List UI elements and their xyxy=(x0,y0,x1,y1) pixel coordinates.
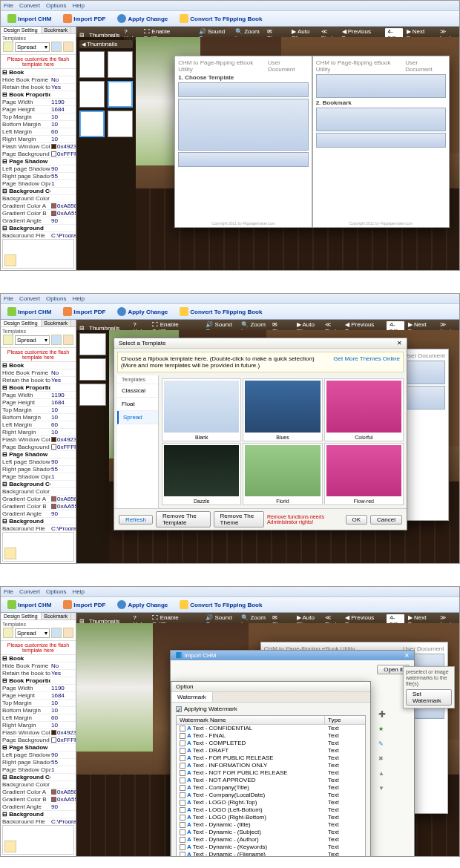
row-checkbox[interactable] xyxy=(180,844,185,850)
template-type-spread[interactable]: Spread xyxy=(117,411,158,424)
property-row[interactable]: Retain the book to centerYes xyxy=(1,670,76,677)
property-row[interactable]: Gradient Color B0xAA5555 xyxy=(1,503,76,510)
thumb-3[interactable] xyxy=(79,81,105,108)
property-row[interactable]: Top Margin10 xyxy=(1,114,76,121)
close-icon[interactable]: ✕ xyxy=(397,340,402,346)
menu-help[interactable]: Help xyxy=(72,295,84,302)
watermark-row[interactable]: A Text - CONFIDENTIALText xyxy=(177,725,365,732)
remove-template-button[interactable]: Remove The Template xyxy=(156,511,211,527)
property-row[interactable]: ⊟ Background Config xyxy=(1,774,76,781)
manage-template-icon[interactable] xyxy=(63,628,73,638)
cancel-button[interactable]: Cancel xyxy=(370,515,402,525)
property-row[interactable]: Page Width1190 xyxy=(1,99,76,106)
property-row[interactable]: Left Margin60 xyxy=(1,128,76,136)
property-row[interactable]: ⊟ Page Shadow xyxy=(1,744,76,752)
property-row[interactable]: Page Background Color0xFFFFFF xyxy=(1,151,76,158)
save-template-icon[interactable] xyxy=(51,628,62,638)
menu-help[interactable]: Help xyxy=(72,2,84,9)
row-checkbox[interactable] xyxy=(180,829,185,835)
row-checkbox[interactable] xyxy=(180,755,185,761)
property-row[interactable]: ⊟ Page Shadow xyxy=(1,451,76,458)
property-row[interactable]: Gradient Angle90 xyxy=(1,217,76,225)
property-row[interactable]: Right Margin10 xyxy=(1,136,76,143)
row-checkbox[interactable] xyxy=(180,822,185,828)
watermark-row[interactable]: A Text - Dynamic - (Keywords)Text xyxy=(177,844,365,851)
save-template-icon[interactable] xyxy=(51,42,62,52)
import-pdf-button[interactable]: Import PDF xyxy=(59,13,109,24)
row-checkbox[interactable] xyxy=(180,740,185,746)
property-row[interactable]: Retain the book to centerYes xyxy=(1,377,76,384)
property-row[interactable]: ⊟ Page Shadow xyxy=(1,158,76,165)
property-row[interactable]: Gradient Angle90 xyxy=(1,510,76,518)
property-row[interactable]: Left page Shadow90 xyxy=(1,165,76,173)
property-row[interactable]: Page Width1190 xyxy=(1,685,76,692)
row-checkbox[interactable] xyxy=(180,852,185,856)
property-row[interactable]: Gradient Color B0xAA5555 xyxy=(1,210,76,217)
property-row[interactable]: Flash Window Color0x492301 xyxy=(1,436,76,444)
tab-design-setting[interactable]: Design Setting xyxy=(1,27,42,33)
property-row[interactable]: Right page Shadow55 xyxy=(1,759,76,766)
watermark-row[interactable]: A Text - Dynamic - (Filename)Text xyxy=(177,851,365,856)
property-row[interactable]: Gradient Color A0xA85856 xyxy=(1,496,76,503)
property-row[interactable]: Left page Shadow90 xyxy=(1,752,76,759)
template-type-float[interactable]: Float xyxy=(117,398,158,411)
watermark-row[interactable]: A Text - NOT FOR PUBLIC RELEASEText xyxy=(177,769,365,777)
row-checkbox[interactable] xyxy=(180,807,185,813)
edit-icon[interactable]: ✎ xyxy=(378,740,389,751)
template-select[interactable]: Spread▾ xyxy=(15,335,50,345)
property-row[interactable]: Bottom Margin10 xyxy=(1,414,76,421)
apply-change-button[interactable]: Apply Change xyxy=(114,13,171,24)
row-checkbox[interactable] xyxy=(180,800,185,806)
property-row[interactable]: ⊟ Background xyxy=(1,811,76,818)
row-checkbox[interactable] xyxy=(180,770,185,776)
property-row[interactable]: Hide Book Frame BarNo xyxy=(1,76,76,84)
menu-options[interactable]: Options xyxy=(46,295,67,302)
watermark-row[interactable]: A Text - LOGO (Right-Bottom)Text xyxy=(177,814,365,821)
menu-convert[interactable]: Convert xyxy=(19,2,40,9)
template-blues[interactable]: Blues xyxy=(243,378,322,441)
tab-design-setting[interactable]: Design Setting xyxy=(1,613,42,619)
import-chm-button[interactable]: Import CHM xyxy=(4,13,55,24)
property-row[interactable]: Hide Book Frame BarNo xyxy=(1,662,76,670)
property-row[interactable]: Background FileC:\Program… xyxy=(1,232,76,237)
sound-icon[interactable] xyxy=(4,254,16,266)
property-row[interactable]: Background FileC:\Program… xyxy=(1,818,76,823)
move-down-icon[interactable]: ▼ xyxy=(378,785,389,795)
manage-template-icon[interactable] xyxy=(63,42,73,52)
property-row[interactable]: Top Margin10 xyxy=(1,700,76,707)
tab-design-setting[interactable]: Design Setting xyxy=(1,320,42,326)
property-row[interactable]: ⊟ Book xyxy=(1,69,76,76)
property-row[interactable]: Page Height1684 xyxy=(1,399,76,407)
thumb-2[interactable] xyxy=(79,358,106,381)
applying-watermark-checkbox[interactable]: ✓ xyxy=(176,706,182,712)
row-checkbox[interactable] xyxy=(180,726,185,731)
property-row[interactable]: ⊟ Book Proportions xyxy=(1,677,76,685)
property-row[interactable]: Left page Shadow90 xyxy=(1,458,76,466)
row-checkbox[interactable] xyxy=(180,815,185,821)
menu-help[interactable]: Help xyxy=(72,588,84,595)
template-dazzle[interactable]: Dazzle xyxy=(162,443,241,506)
convert-button[interactable]: Convert To Flipping Book xyxy=(176,306,266,318)
property-row[interactable]: Background Color xyxy=(1,195,76,203)
manage-template-icon[interactable] xyxy=(63,335,73,345)
property-row[interactable]: Retain the book to centerYes xyxy=(1,84,76,91)
menu-file[interactable]: File xyxy=(4,295,13,302)
thumb-1[interactable] xyxy=(79,51,105,78)
save-template-icon[interactable] xyxy=(51,335,62,345)
property-row[interactable]: Flash Window Color0x492301 xyxy=(1,729,76,737)
property-row[interactable]: Page Shadow Opacity1 xyxy=(1,766,76,774)
property-row[interactable]: ⊟ Background xyxy=(1,225,76,232)
watermark-row[interactable]: A Text - DRAFTText xyxy=(177,747,365,754)
property-row[interactable]: ⊟ Book xyxy=(1,655,76,662)
row-checkbox[interactable] xyxy=(180,763,185,769)
thumb-5[interactable] xyxy=(79,111,105,137)
property-row[interactable]: Page Width1190 xyxy=(1,392,76,399)
template-select[interactable]: Spread▾ xyxy=(15,628,50,638)
add-icon[interactable]: ➕ xyxy=(378,711,389,721)
move-up-icon[interactable]: ▲ xyxy=(378,770,389,780)
convert-button[interactable]: Convert To Flipping Book xyxy=(176,599,266,611)
property-row[interactable]: Page Background Color0xFFFFFF xyxy=(1,737,76,744)
import-chm-button[interactable]: Import CHM xyxy=(4,599,55,611)
thumb-1[interactable] xyxy=(79,333,106,355)
row-checkbox[interactable] xyxy=(180,777,185,783)
